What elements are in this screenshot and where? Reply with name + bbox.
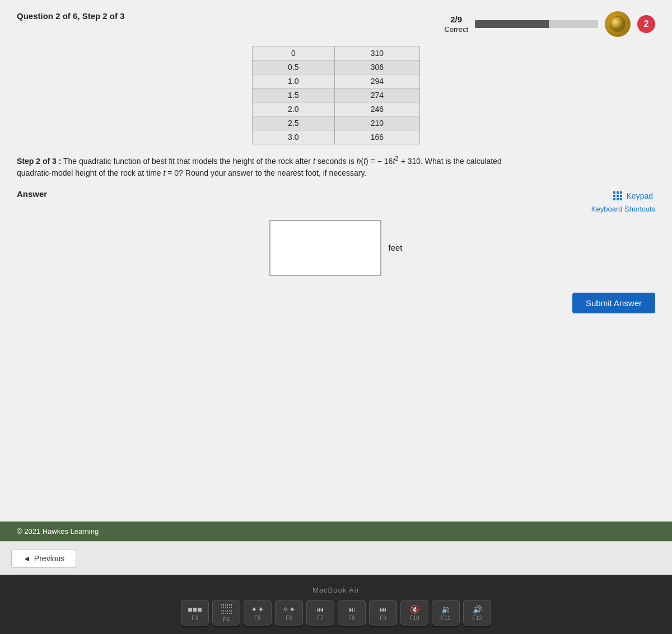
table-cell-h: 294	[334, 74, 419, 88]
f3-label: F3	[192, 615, 198, 621]
keypad-button[interactable]: Keypad	[610, 189, 655, 203]
table-row: 2.0246	[253, 102, 420, 116]
score-sublabel: Correct	[444, 25, 468, 34]
f9-label: F9	[380, 615, 386, 621]
table-cell-h: 274	[334, 88, 419, 102]
f7-label: F7	[317, 615, 324, 621]
key-f9[interactable]: ⏭ F9	[369, 600, 397, 626]
key-f3[interactable]: ■■■ F3	[181, 600, 209, 626]
svg-point-0	[610, 16, 626, 32]
step-label: Step 2 of 3 :	[17, 157, 61, 166]
keypad-label: Keypad	[627, 191, 653, 200]
table-cell-h: 310	[334, 46, 419, 60]
table-row: 2.5210	[253, 116, 420, 130]
key-f6[interactable]: ✧✦ F6	[275, 600, 303, 626]
key-f4[interactable]: ⠿⠿⠿⠿⠿⠿ F4	[212, 600, 240, 626]
key-f12[interactable]: 🔊 F12	[463, 600, 491, 626]
data-table-wrapper: 03100.53061.02941.52742.02462.52103.0166	[17, 46, 655, 144]
keypad-area: Keypad Keyboard Shortcuts	[591, 189, 655, 213]
svg-rect-5	[617, 195, 619, 197]
f6-label: F6	[286, 615, 292, 621]
table-row: 0.5306	[253, 60, 420, 74]
f4-label: F4	[223, 617, 230, 623]
f3-icon: ■■■	[188, 605, 202, 614]
svg-rect-6	[620, 195, 622, 197]
key-f10[interactable]: 🔇 F10	[400, 600, 428, 626]
key-f7[interactable]: ⏮ F7	[306, 600, 334, 626]
table-cell-h: 210	[334, 116, 419, 130]
f5-icon: ✦✦	[251, 605, 264, 614]
f10-icon: 🔇	[410, 605, 419, 614]
progress-bar	[475, 20, 598, 28]
macbook-label: MacBook Air	[312, 586, 360, 594]
keyboard-row: ■■■ F3 ⠿⠿⠿⠿⠿⠿ F4 ✦✦ F5 ✧✦ F6 ⏮ F7 ⏯ F8	[181, 600, 491, 626]
answer-section: Answer	[17, 189, 655, 276]
svg-rect-1	[613, 191, 615, 194]
svg-rect-7	[613, 198, 615, 200]
table-row: 3.0166	[253, 130, 420, 144]
f9-icon: ⏭	[379, 605, 387, 614]
f5-label: F5	[254, 615, 261, 621]
keypad-icon	[612, 190, 623, 201]
table-cell-h: 166	[334, 130, 419, 144]
table-cell-t: 2.0	[253, 102, 335, 116]
badge-number: 2	[637, 15, 655, 33]
prev-label: Previous	[34, 554, 64, 563]
f10-label: F10	[409, 615, 419, 621]
table-cell-h: 306	[334, 60, 419, 74]
progress-bar-fill	[475, 20, 549, 28]
score-label: 2/9	[450, 15, 462, 24]
f11-label: F11	[441, 615, 450, 621]
svg-rect-2	[617, 191, 619, 194]
submit-area: Submit Answer	[17, 293, 655, 313]
answer-input[interactable]	[269, 220, 381, 276]
f12-icon: 🔊	[473, 605, 482, 614]
main-content: Question 2 of 6, Step 2 of 3 2/9 Correct	[0, 0, 672, 522]
key-f11[interactable]: 🔉 F11	[432, 600, 460, 626]
f12-label: F12	[472, 615, 482, 621]
submit-button[interactable]: Submit Answer	[572, 293, 655, 313]
answer-label: Answer	[17, 189, 47, 199]
nav-bar: ◄ Previous	[0, 541, 672, 575]
table-row: 1.0294	[253, 74, 420, 88]
keyboard-area: MacBook Air ■■■ F3 ⠿⠿⠿⠿⠿⠿ F4 ✦✦ F5 ✧✦ F6…	[0, 575, 672, 634]
f8-label: F8	[348, 615, 355, 621]
table-cell-t: 2.5	[253, 116, 335, 130]
svg-rect-9	[620, 198, 622, 200]
copyright-bar: © 2021 Hawkes Learning	[0, 522, 672, 541]
keyboard-shortcuts-link[interactable]: Keyboard Shortcuts	[591, 205, 655, 213]
score-area: 2/9 Correct 2	[444, 11, 655, 37]
key-f8[interactable]: ⏯ F8	[338, 600, 366, 626]
svg-rect-4	[613, 195, 615, 197]
previous-button[interactable]: ◄ Previous	[11, 549, 76, 568]
f4-icon: ⠿⠿⠿⠿⠿⠿	[221, 603, 232, 616]
table-cell-t: 1.0	[253, 74, 335, 88]
f6-icon: ✧✦	[282, 605, 296, 614]
prev-arrow-icon: ◄	[23, 554, 31, 563]
table-cell-t: 3.0	[253, 130, 335, 144]
table-row: 0310	[253, 46, 420, 60]
question-header: Question 2 of 6, Step 2 of 3 2/9 Correct	[17, 11, 655, 37]
units-label: feet	[388, 243, 402, 252]
key-f5[interactable]: ✦✦ F5	[244, 600, 272, 626]
input-row: feet	[17, 220, 655, 276]
f7-icon: ⏮	[316, 605, 324, 614]
table-cell-t: 0	[253, 46, 335, 60]
f8-icon: ⏯	[348, 605, 356, 614]
svg-rect-3	[620, 191, 622, 194]
data-table: 03100.53061.02941.52742.02462.52103.0166	[252, 46, 420, 144]
table-row: 1.5274	[253, 88, 420, 102]
copyright-text: © 2021 Hawkes Learning	[17, 527, 99, 536]
table-cell-t: 1.5	[253, 88, 335, 102]
achievement-badge	[605, 11, 631, 37]
question-title: Question 2 of 6, Step 2 of 3	[17, 11, 125, 21]
f11-icon: 🔉	[441, 605, 451, 614]
step-text: Step 2 of 3 : The quadratic function of …	[17, 153, 521, 179]
svg-rect-8	[617, 198, 619, 200]
table-cell-h: 246	[334, 102, 419, 116]
table-cell-t: 0.5	[253, 60, 335, 74]
